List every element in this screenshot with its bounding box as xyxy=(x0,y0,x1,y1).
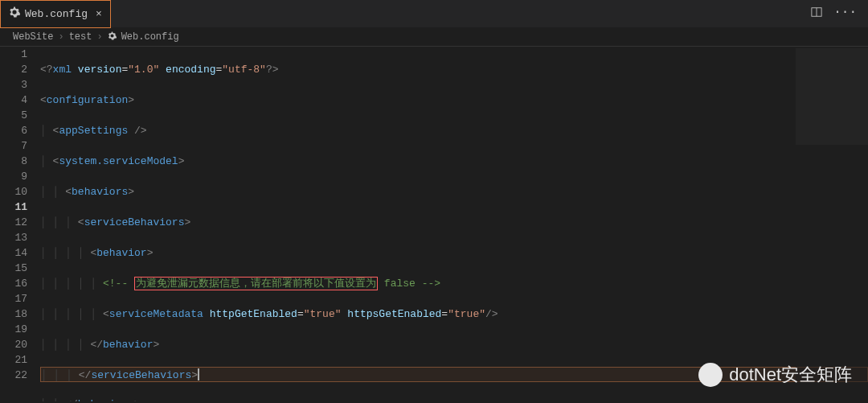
gear-icon xyxy=(108,31,117,43)
line-number: 1 xyxy=(0,47,27,62)
code-line[interactable]: │ │ │ │ │ <!-- 为避免泄漏元数据信息，请在部署前将以下值设置为 f… xyxy=(40,276,868,291)
code-line[interactable]: │ │ │ │ <behavior> xyxy=(40,245,868,261)
line-number: 4 xyxy=(0,93,27,108)
breadcrumb-item[interactable]: Web.config xyxy=(121,31,179,43)
line-number: 3 xyxy=(0,77,27,93)
line-number: 14 xyxy=(0,245,27,261)
line-number: 12 xyxy=(0,215,27,230)
line-number: 8 xyxy=(0,154,27,169)
line-number: 5 xyxy=(0,108,27,123)
line-number: 6 xyxy=(0,123,27,138)
chevron-right-icon: › xyxy=(96,31,102,43)
code-line[interactable]: │ │ │ │ │ <serviceMetadata httpGetEnable… xyxy=(40,306,868,322)
split-editor-icon[interactable] xyxy=(811,6,822,21)
editor[interactable]: 1 2 3 4 5 6 7 8 9 10 11 12 13 14 15 16 1… xyxy=(0,47,868,401)
tab-webconfig[interactable]: Web.config × xyxy=(0,0,111,28)
breadcrumb-item[interactable]: WebSite xyxy=(13,31,53,43)
line-number: 2 xyxy=(0,62,27,77)
line-number: 20 xyxy=(0,337,27,352)
line-number: 11 xyxy=(0,199,27,215)
line-number: 19 xyxy=(0,322,27,337)
wechat-bubble-icon xyxy=(698,363,723,387)
line-number-gutter: 1 2 3 4 5 6 7 8 9 10 11 12 13 14 15 16 1… xyxy=(0,47,40,401)
code-line[interactable]: <configuration> xyxy=(40,93,868,108)
tab-title: Web.config xyxy=(25,8,88,20)
line-number: 13 xyxy=(0,230,27,245)
code-line[interactable]: │ │ │ │ </behavior> xyxy=(40,337,868,352)
code-area[interactable]: <?xml version="1.0" encoding="utf-8"?> <… xyxy=(40,47,868,401)
breadcrumb[interactable]: WebSite › test › Web.config xyxy=(0,28,868,47)
code-line[interactable]: │ │ │ <serviceBehaviors> xyxy=(40,215,868,230)
line-number: 15 xyxy=(0,261,27,276)
line-number: 21 xyxy=(0,352,27,368)
minimap-viewport[interactable] xyxy=(796,48,868,145)
gear-icon xyxy=(9,6,20,21)
watermark: dotNet安全矩阵 xyxy=(698,363,852,387)
close-icon[interactable]: × xyxy=(96,8,102,20)
line-number: 10 xyxy=(0,184,27,199)
line-number: 22 xyxy=(0,368,27,383)
code-line[interactable]: <?xml version="1.0" encoding="utf-8"?> xyxy=(40,62,868,77)
tab-bar: Web.config × ··· xyxy=(0,0,868,28)
breadcrumb-item[interactable]: test xyxy=(69,31,92,43)
minimap[interactable] xyxy=(796,48,868,394)
code-line[interactable]: │ │ </behaviors> xyxy=(40,397,868,401)
code-line[interactable]: │ <system.serviceModel> xyxy=(40,154,868,169)
code-line[interactable]: │ <appSettings /> xyxy=(40,123,868,138)
line-number: 17 xyxy=(0,291,27,306)
line-number: 16 xyxy=(0,276,27,291)
tab-actions: ··· xyxy=(811,6,868,21)
more-icon[interactable]: ··· xyxy=(833,6,857,21)
code-line[interactable]: │ │ <behaviors> xyxy=(40,184,868,199)
line-number: 9 xyxy=(0,169,27,184)
cursor xyxy=(198,368,199,380)
watermark-text: dotNet安全矩阵 xyxy=(729,363,852,387)
line-number: 18 xyxy=(0,306,27,322)
chevron-right-icon: › xyxy=(58,31,63,43)
line-number: 7 xyxy=(0,138,27,154)
